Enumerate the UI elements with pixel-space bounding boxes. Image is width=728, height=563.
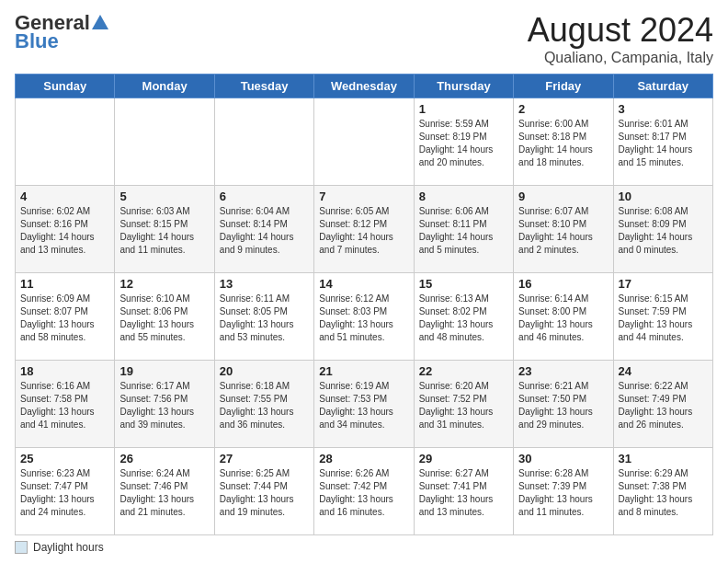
day-number: 23 — [518, 364, 608, 378]
logo: General Blue — [15, 11, 110, 53]
calendar-cell: 23Sunrise: 6:21 AM Sunset: 7:50 PM Dayli… — [514, 361, 613, 448]
calendar-cell: 8Sunrise: 6:06 AM Sunset: 8:11 PM Daylig… — [414, 186, 513, 273]
day-info: Sunrise: 6:10 AM Sunset: 8:06 PM Dayligh… — [119, 293, 209, 344]
day-number: 2 — [518, 102, 608, 116]
calendar-cell: 29Sunrise: 6:27 AM Sunset: 7:41 PM Dayli… — [414, 448, 513, 535]
day-header-thursday: Thursday — [414, 75, 513, 98]
calendar-cell: 11Sunrise: 6:09 AM Sunset: 8:07 PM Dayli… — [16, 273, 115, 361]
day-number: 11 — [20, 277, 109, 291]
calendar-cell: 15Sunrise: 6:13 AM Sunset: 8:02 PM Dayli… — [414, 273, 513, 361]
day-info: Sunrise: 6:17 AM Sunset: 7:56 PM Dayligh… — [119, 380, 209, 431]
day-info: Sunrise: 6:23 AM Sunset: 7:47 PM Dayligh… — [20, 467, 109, 519]
calendar-cell — [16, 98, 115, 186]
day-info: Sunrise: 6:13 AM Sunset: 8:02 PM Dayligh… — [419, 293, 508, 344]
calendar-week-3: 18Sunrise: 6:16 AM Sunset: 7:58 PM Dayli… — [16, 361, 713, 448]
calendar-week-4: 25Sunrise: 6:23 AM Sunset: 7:47 PM Dayli… — [16, 448, 713, 535]
day-number: 18 — [20, 364, 109, 378]
day-header-monday: Monday — [115, 75, 214, 98]
calendar-header: SundayMondayTuesdayWednesdayThursdayFrid… — [16, 75, 713, 98]
day-info: Sunrise: 6:26 AM Sunset: 7:42 PM Dayligh… — [319, 467, 408, 519]
day-number: 9 — [518, 190, 608, 203]
calendar-cell: 19Sunrise: 6:17 AM Sunset: 7:56 PM Dayli… — [115, 361, 214, 448]
day-number: 4 — [20, 190, 109, 203]
calendar-cell: 14Sunrise: 6:12 AM Sunset: 8:03 PM Dayli… — [314, 273, 414, 361]
day-info: Sunrise: 6:24 AM Sunset: 7:46 PM Dayligh… — [119, 467, 209, 519]
day-number: 25 — [20, 452, 109, 465]
day-header-friday: Friday — [514, 75, 613, 98]
day-info: Sunrise: 6:16 AM Sunset: 7:58 PM Dayligh… — [20, 380, 109, 431]
day-number: 5 — [119, 190, 209, 203]
day-number: 22 — [419, 364, 508, 378]
day-number: 17 — [619, 277, 708, 291]
calendar-cell: 26Sunrise: 6:24 AM Sunset: 7:46 PM Dayli… — [115, 448, 214, 535]
calendar-cell: 1Sunrise: 5:59 AM Sunset: 8:19 PM Daylig… — [414, 98, 513, 186]
day-info: Sunrise: 5:59 AM Sunset: 8:19 PM Dayligh… — [419, 118, 508, 169]
day-info: Sunrise: 6:00 AM Sunset: 8:18 PM Dayligh… — [518, 118, 608, 169]
daylight-label: Daylight hours — [33, 541, 104, 554]
calendar-cell — [214, 98, 313, 186]
title-block: August 2024 Qualiano, Campania, Italy — [528, 11, 713, 66]
calendar-cell — [314, 98, 414, 186]
day-info: Sunrise: 6:09 AM Sunset: 8:07 PM Dayligh… — [20, 293, 109, 344]
calendar-title: August 2024 — [528, 11, 713, 50]
day-info: Sunrise: 6:11 AM Sunset: 8:05 PM Dayligh… — [220, 293, 309, 344]
header-row: SundayMondayTuesdayWednesdayThursdayFrid… — [16, 75, 713, 98]
calendar-cell: 21Sunrise: 6:19 AM Sunset: 7:53 PM Dayli… — [314, 361, 414, 448]
day-info: Sunrise: 6:02 AM Sunset: 8:16 PM Dayligh… — [20, 205, 109, 257]
day-info: Sunrise: 6:08 AM Sunset: 8:09 PM Dayligh… — [619, 205, 708, 257]
calendar-cell: 16Sunrise: 6:14 AM Sunset: 8:00 PM Dayli… — [514, 273, 613, 361]
calendar-cell: 2Sunrise: 6:00 AM Sunset: 8:18 PM Daylig… — [514, 98, 613, 186]
calendar-cell: 3Sunrise: 6:01 AM Sunset: 8:17 PM Daylig… — [613, 98, 712, 186]
calendar-cell: 7Sunrise: 6:05 AM Sunset: 8:12 PM Daylig… — [314, 186, 414, 273]
day-number: 28 — [319, 452, 408, 465]
day-info: Sunrise: 6:03 AM Sunset: 8:15 PM Dayligh… — [119, 205, 209, 257]
page: General Blue August 2024 Qualiano, Campa… — [0, 0, 728, 563]
calendar-subtitle: Qualiano, Campania, Italy — [528, 50, 713, 66]
logo-arrow-icon — [90, 13, 110, 33]
day-header-sunday: Sunday — [16, 75, 115, 98]
day-header-wednesday: Wednesday — [314, 75, 414, 98]
day-number: 12 — [119, 277, 209, 291]
calendar-table: SundayMondayTuesdayWednesdayThursdayFrid… — [15, 74, 713, 535]
day-info: Sunrise: 6:06 AM Sunset: 8:11 PM Dayligh… — [419, 205, 508, 257]
calendar-week-2: 11Sunrise: 6:09 AM Sunset: 8:07 PM Dayli… — [16, 273, 713, 361]
calendar-cell: 25Sunrise: 6:23 AM Sunset: 7:47 PM Dayli… — [16, 448, 115, 535]
day-number: 1 — [419, 102, 508, 116]
day-info: Sunrise: 6:25 AM Sunset: 7:44 PM Dayligh… — [220, 467, 309, 519]
calendar-cell: 17Sunrise: 6:15 AM Sunset: 7:59 PM Dayli… — [613, 273, 712, 361]
day-info: Sunrise: 6:14 AM Sunset: 8:00 PM Dayligh… — [518, 293, 608, 344]
calendar-cell: 27Sunrise: 6:25 AM Sunset: 7:44 PM Dayli… — [214, 448, 313, 535]
calendar-cell: 18Sunrise: 6:16 AM Sunset: 7:58 PM Dayli… — [16, 361, 115, 448]
calendar-cell — [115, 98, 214, 186]
day-number: 31 — [619, 452, 708, 465]
day-info: Sunrise: 6:29 AM Sunset: 7:38 PM Dayligh… — [619, 467, 708, 519]
day-info: Sunrise: 6:01 AM Sunset: 8:17 PM Dayligh… — [619, 118, 708, 169]
day-info: Sunrise: 6:19 AM Sunset: 7:53 PM Dayligh… — [319, 380, 408, 431]
calendar-cell: 10Sunrise: 6:08 AM Sunset: 8:09 PM Dayli… — [613, 186, 712, 273]
day-number: 21 — [319, 364, 408, 378]
day-number: 13 — [220, 277, 309, 291]
calendar-week-0: 1Sunrise: 5:59 AM Sunset: 8:19 PM Daylig… — [16, 98, 713, 186]
day-header-tuesday: Tuesday — [214, 75, 313, 98]
day-number: 27 — [220, 452, 309, 465]
day-info: Sunrise: 6:28 AM Sunset: 7:39 PM Dayligh… — [518, 467, 608, 519]
day-info: Sunrise: 6:12 AM Sunset: 8:03 PM Dayligh… — [319, 293, 408, 344]
day-number: 24 — [619, 364, 708, 378]
day-number: 29 — [419, 452, 508, 465]
day-number: 3 — [619, 102, 708, 116]
logo-blue: Blue — [15, 29, 59, 53]
day-info: Sunrise: 6:22 AM Sunset: 7:49 PM Dayligh… — [619, 380, 708, 431]
svg-marker-0 — [92, 15, 108, 29]
day-number: 20 — [220, 364, 309, 378]
day-number: 26 — [119, 452, 209, 465]
day-number: 8 — [419, 190, 508, 203]
calendar: SundayMondayTuesdayWednesdayThursdayFrid… — [15, 74, 713, 535]
day-number: 30 — [518, 452, 608, 465]
day-info: Sunrise: 6:15 AM Sunset: 7:59 PM Dayligh… — [619, 293, 708, 344]
day-info: Sunrise: 6:18 AM Sunset: 7:55 PM Dayligh… — [220, 380, 309, 431]
day-info: Sunrise: 6:27 AM Sunset: 7:41 PM Dayligh… — [419, 467, 508, 519]
calendar-week-1: 4Sunrise: 6:02 AM Sunset: 8:16 PM Daylig… — [16, 186, 713, 273]
calendar-body: 1Sunrise: 5:59 AM Sunset: 8:19 PM Daylig… — [16, 98, 713, 535]
day-number: 15 — [419, 277, 508, 291]
calendar-cell: 13Sunrise: 6:11 AM Sunset: 8:05 PM Dayli… — [214, 273, 313, 361]
